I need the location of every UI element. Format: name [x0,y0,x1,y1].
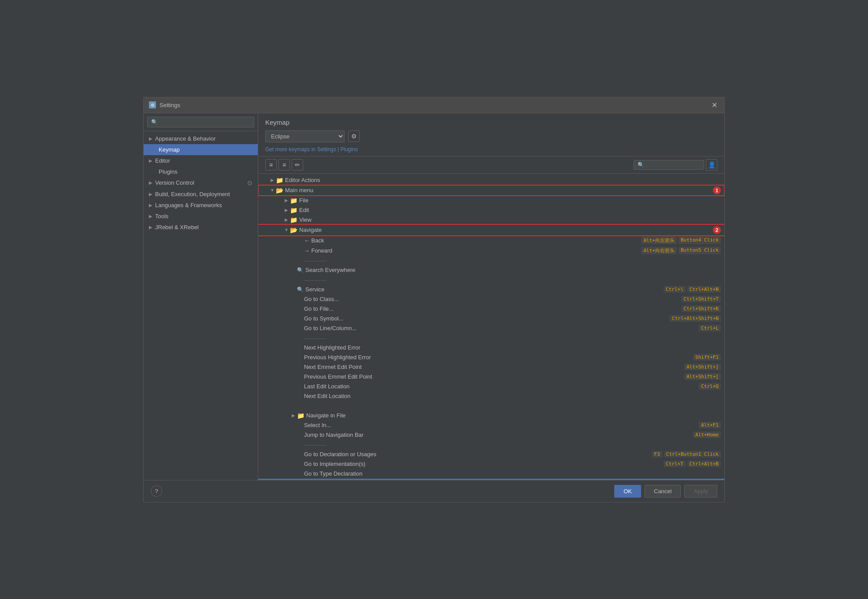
shortcut-keys: Alt+Shift+[ [684,373,724,380]
shortcut-key: Button5 Click [679,247,721,254]
sidebar-item-plugins[interactable]: Plugins [144,166,258,177]
close-button[interactable]: ✕ [710,101,719,109]
shortcut-key: Alt+Shift+] [684,364,721,370]
tree-item-goto-line[interactable]: Go to Line/Column... Ctrl+L [258,324,724,333]
sidebar-item-appearance[interactable]: ▶ Appearance & Behavior [144,133,258,144]
shortcut-keys: F3 Ctrl+Button1 Click [652,451,724,458]
tree-item-goto-impl[interactable]: Go to Implementation(s) Ctrl+T Ctrl+Alt+… [258,459,724,469]
tree-item-search-everywhere[interactable]: 🔍 Search Everywhere [258,265,724,275]
folder-icon: 📁 [290,197,297,204]
tree-item-forward[interactable]: → Forward Alt+向右箭头 Button5 Click [258,246,724,256]
expand-arrow: ▶ [149,214,152,219]
item-label: View [299,216,724,223]
tree-item-service[interactable]: 🔍 Service Ctrl+\ Ctrl+Alt+N [258,285,724,294]
sidebar: ▶ Appearance & Behavior Keymap ▶ Editor … [144,113,258,480]
item-label: Go to Declaration or Usages [304,451,652,458]
settings-icon: ⚙ [149,101,156,108]
tree-item-sep1: -------------- [258,256,724,265]
sidebar-item-tools[interactable]: ▶ Tools [144,211,258,222]
item-label: Navigate in File [306,412,724,419]
shortcut-key: Ctrl+Button1 Click [664,451,721,458]
plugins-link[interactable]: Get more keymaps in Settings | Plugins [265,146,358,153]
tree-item-file[interactable]: ▶ 📁 File [258,196,724,205]
expand-arrow: ▶ [283,217,290,222]
expand-arrow: ▶ [149,136,152,141]
tree-item-nav-in-file[interactable]: ▶ 📁 Navigate in File [258,411,724,420]
sidebar-item-keymap[interactable]: Keymap [144,144,258,155]
item-label: ← Back [304,237,641,244]
shortcut-keys: Ctrl+T Ctrl+Alt+B [664,461,724,467]
folder-icon: 📁 [290,216,297,223]
keymap-gear-button[interactable]: ⚙ [348,130,360,142]
tree-item-editor-actions[interactable]: ▶ 📁 Editor Actions [258,175,724,185]
title-bar: ⚙ Settings ✕ [144,97,724,113]
edit-button[interactable]: ✏ [292,159,303,171]
tree-item-empty [258,401,724,411]
tree-item-jump-nav[interactable]: Jump to Navigation Bar Alt+Home [258,430,724,440]
tree-item-goto-class[interactable]: Go to Class... Ctrl+Shift+T [258,294,724,304]
sidebar-search-box [144,113,258,131]
sidebar-item-label: Plugins [159,168,178,175]
item-label: → Forward [304,247,641,254]
sidebar-item-label: Languages & Frameworks [155,202,222,208]
sidebar-item-version-control[interactable]: ▶ Version Control ⊙ [144,177,258,189]
shortcut-keys: Ctrl+Shift+R [682,305,724,312]
tree-item-next-emmet[interactable]: Next Emmet Edit Point Alt+Shift+] [258,362,724,372]
tree-item-last-edit[interactable]: Last Edit Location Ctrl+Q [258,382,724,391]
tree-item-prev-error[interactable]: Previous Highlighted Error Shift+F1 [258,353,724,362]
sidebar-item-jrebel[interactable]: ▶ JRebel & XRebel [144,222,258,233]
tree-item-goto-file[interactable]: Go to File... Ctrl+Shift+R [258,304,724,314]
search-user-button[interactable]: 👤 [706,159,717,171]
shortcut-key: Ctrl+Shift+R [682,305,721,312]
collapse-all-button[interactable]: ≡ [278,159,290,171]
expand-arrow: ▶ [290,413,297,418]
tree-item-goto-type[interactable]: Go to Type Declaration [258,469,724,479]
settings-dialog: ⚙ Settings ✕ ▶ Appearance & Behavior Key… [143,97,725,502]
separator: -------------- [304,277,326,283]
item-label: Select In... [304,422,699,428]
sidebar-item-build[interactable]: ▶ Build, Execution, Deployment [144,189,258,200]
help-button[interactable]: ? [151,485,162,497]
item-label: Next Highlighted Error [304,344,724,351]
item-label: Jump to Navigation Bar [304,432,693,438]
sidebar-item-editor[interactable]: ▶ Editor [144,155,258,166]
tree-item-main-menu[interactable]: ▼ 📂 Main menu 1 [258,185,724,196]
separator: -------------- [304,335,326,341]
shortcut-keys: Alt+向右箭头 Button5 Click [641,247,724,254]
cancel-button[interactable]: Cancel [645,485,681,498]
tree-item-next-error[interactable]: Next Highlighted Error [258,343,724,353]
keymap-select[interactable]: Eclipse [265,130,345,142]
tree-item-goto-symbol[interactable]: Go to Symbol... Ctrl+Alt+Shift+N [258,314,724,324]
version-control-icon: ⊙ [247,179,252,186]
tree-item-navigate[interactable]: ▼ 📂 Navigate 2 [258,225,724,235]
expand-all-button[interactable]: ≡ [265,159,277,171]
tree-item-next-edit[interactable]: Next Edit Location [258,391,724,401]
tree-item-back[interactable]: ← Back Alt+向左箭头 Button4 Click [258,235,724,246]
separator: -------------- [304,442,326,448]
tree-item-view[interactable]: ▶ 📁 View [258,215,724,225]
tree-item-prev-emmet[interactable]: Previous Emmet Edit Point Alt+Shift+[ [258,372,724,382]
tree-item-goto-decl[interactable]: Go to Declaration or Usages F3 Ctrl+Butt… [258,450,724,459]
item-label: Go to File... [304,305,682,312]
folder-icon: 📁 [290,207,297,214]
item-label: File [299,197,724,204]
tree-item-select-in[interactable]: Select In... Alt+F1 [258,420,724,430]
sidebar-item-label: Keymap [159,146,180,153]
dialog-title: Settings [160,102,180,108]
ok-button[interactable]: OK [614,485,641,498]
folder-icon: 📂 [290,227,297,234]
folder-icon: 📁 [297,412,304,419]
dialog-footer: ? OK Cancel Apply [144,480,724,502]
keymap-search-input[interactable] [634,160,704,170]
shortcut-keys: Ctrl+Shift+T [682,296,724,302]
tree-item-edit[interactable]: ▶ 📁 Edit [258,205,724,215]
shortcut-key: Alt+F1 [699,422,721,428]
service-icon: 🔍 [297,286,304,293]
tree-item-goto-super[interactable]: Go to Super Method 3 [258,479,724,480]
apply-button[interactable]: Apply [684,485,717,498]
shortcut-key: Ctrl+T [664,461,686,467]
expand-arrow: ▼ [269,188,276,193]
sidebar-item-languages[interactable]: ▶ Languages & Frameworks [144,200,258,211]
sidebar-search-input[interactable] [147,117,254,127]
separator: -------------- [304,257,326,264]
